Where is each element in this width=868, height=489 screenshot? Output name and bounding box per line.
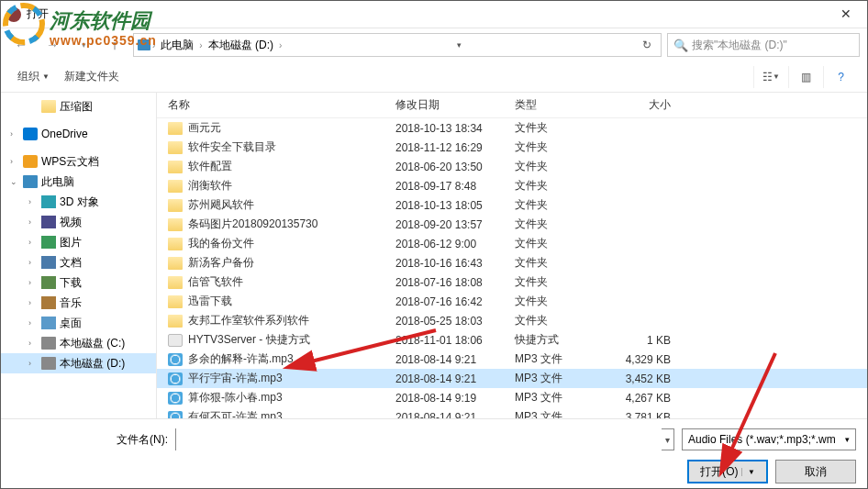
tree-item[interactable]: ›OneDrive [1, 124, 156, 144]
file-type: 文件夹 [515, 159, 597, 174]
col-date-header[interactable]: 修改日期 [395, 97, 515, 113]
file-name: 信管飞软件 [188, 274, 395, 290]
expand-icon[interactable]: › [28, 318, 38, 328]
expand-icon[interactable]: › [28, 258, 38, 267]
file-row[interactable]: 迅雷下载2018-07-16 16:42文件夹 [157, 292, 867, 311]
tree-item-icon [41, 296, 56, 309]
file-icon [168, 161, 183, 173]
tree-item[interactable]: ›文档 [1, 252, 156, 272]
file-row[interactable]: 多余的解释-许嵩.mp32018-08-14 9:21MP3 文件4,329 K… [157, 350, 867, 369]
chevron-down-icon: ▾ [845, 435, 850, 444]
file-row[interactable]: 友邦工作室软件系列软件2018-05-25 18:03文件夹 [157, 311, 867, 330]
tree-item[interactable]: ⌄此电脑 [1, 172, 156, 192]
tree-item-icon [41, 337, 56, 350]
tree-item-icon [41, 216, 56, 228]
expand-icon[interactable]: › [10, 157, 19, 166]
file-row[interactable]: 新汤客户备份2018-10-16 16:43文件夹 [157, 253, 867, 272]
breadcrumb[interactable]: › 此电脑 › 本地磁盘 (D:) › ▾ ↻ [133, 33, 662, 57]
tree-item-icon [41, 357, 56, 370]
file-row[interactable]: 我的备份文件2018-06-12 9:00文件夹 [157, 234, 867, 253]
tree-item[interactable]: ›本地磁盘 (D:) [1, 353, 156, 373]
tree-item[interactable]: 压缩图 [1, 96, 156, 117]
file-row[interactable]: 软件安全下载目录2018-11-12 16:29文件夹 [157, 138, 867, 157]
tree-item-label: 图片 [60, 235, 82, 250]
file-name: 润衡软件 [188, 178, 395, 194]
tree-item[interactable]: ›本地磁盘 (C:) [1, 333, 156, 353]
file-date: 2018-05-25 18:03 [395, 315, 515, 328]
chevron-right-icon: › [279, 40, 282, 50]
file-row[interactable]: 条码图片201809201357302018-09-20 13:57文件夹 [157, 215, 867, 234]
tree-item-label: 文档 [60, 255, 82, 271]
chevron-down-icon[interactable]: ▾ [454, 40, 464, 50]
file-row[interactable]: 信管飞软件2018-07-16 18:08文件夹 [157, 272, 867, 292]
file-name: 苏州飓风软件 [188, 197, 395, 213]
dialog-body: 压缩图›OneDrive›WPS云文档⌄此电脑›3D 对象›视频›图片›文档›下… [1, 93, 867, 418]
tree-item[interactable]: ›图片 [1, 232, 156, 252]
expand-icon[interactable]: ⌄ [10, 177, 19, 186]
col-type-header[interactable]: 类型 [515, 97, 597, 113]
preview-pane-button[interactable]: ▥ [788, 66, 823, 88]
col-size-header[interactable]: 大小 [597, 97, 689, 113]
tree-item[interactable]: ›下载 [1, 272, 156, 293]
search-input[interactable]: 🔍 搜索"本地磁盘 (D:)" [667, 33, 860, 57]
breadcrumb-item[interactable]: 此电脑 [157, 36, 197, 55]
file-size: 3,452 KB [597, 372, 689, 385]
pc-icon [138, 39, 150, 50]
open-button[interactable]: 打开(O) ▼ [687, 460, 768, 483]
organize-button[interactable]: 组织 ▼ [10, 65, 57, 88]
filename-input[interactable] [176, 428, 662, 450]
back-button[interactable]: ← [8, 32, 34, 58]
file-row[interactable]: 有何不可-许嵩.mp32018-08-14 9:21MP3 文件3,781 KB [157, 407, 867, 418]
tree-item[interactable]: ›3D 对象 [1, 192, 156, 212]
view-options-button[interactable]: ☷ ▼ [753, 66, 788, 88]
expand-icon[interactable]: › [28, 217, 38, 227]
expand-icon[interactable]: › [28, 238, 38, 247]
tree-item[interactable]: ›音乐 [1, 293, 156, 313]
file-row[interactable]: 苏州飓风软件2018-10-13 18:05文件夹 [157, 195, 867, 215]
file-name: 画元元 [188, 120, 395, 136]
file-name: 条码图片20180920135730 [188, 217, 395, 232]
breadcrumb-item[interactable]: 本地磁盘 (D:) [205, 36, 277, 55]
tree-item-label: 3D 对象 [60, 194, 99, 210]
expand-icon[interactable]: › [28, 278, 38, 287]
file-icon [168, 180, 183, 193]
up-button[interactable]: ↑ [102, 32, 128, 58]
new-folder-button[interactable]: 新建文件夹 [57, 65, 127, 88]
tree-item-label: 音乐 [60, 295, 82, 311]
file-row[interactable]: 画元元2018-10-13 18:34文件夹 [157, 118, 867, 138]
file-icon [168, 276, 183, 289]
expand-icon[interactable]: › [28, 197, 38, 206]
footer: 文件名(N): ▾ Audio Files (*.wav;*.mp3;*.wm … [1, 418, 867, 488]
tree-item[interactable]: ›桌面 [1, 313, 156, 333]
file-type: MP3 文件 [515, 409, 597, 418]
file-row[interactable]: 润衡软件2018-09-17 8:48文件夹 [157, 176, 867, 195]
file-row[interactable]: 平行宇宙-许嵩.mp32018-08-14 9:21MP3 文件3,452 KB [157, 369, 867, 388]
file-row[interactable]: 软件配置2018-06-20 13:50文件夹 [157, 157, 867, 176]
column-headers[interactable]: 名称 修改日期 类型 大小 [157, 93, 867, 118]
cancel-button[interactable]: 取消 [775, 460, 856, 483]
filename-dropdown-icon[interactable]: ▾ [662, 435, 673, 445]
chevron-right-icon: › [152, 40, 155, 50]
file-icon [168, 238, 183, 250]
file-icon [168, 392, 183, 405]
open-dialog: 打开 ✕ ← → ▾ ↑ › 此电脑 › 本地磁盘 (D:) › ▾ ↻ 🔍 搜… [0, 0, 868, 489]
nav-tree[interactable]: 压缩图›OneDrive›WPS云文档⌄此电脑›3D 对象›视频›图片›文档›下… [1, 93, 157, 418]
expand-icon[interactable]: › [28, 339, 38, 348]
expand-icon[interactable]: › [10, 129, 19, 139]
help-button[interactable]: ? [823, 66, 858, 88]
file-name: HYTV3Server - 快捷方式 [188, 332, 395, 348]
file-row[interactable]: HYTV3Server - 快捷方式2018-11-01 18:06快捷方式1 … [157, 330, 867, 350]
tree-item[interactable]: ›WPS云文档 [1, 151, 156, 172]
recent-dropdown[interactable]: ▾ [71, 32, 96, 58]
tree-item[interactable]: ›视频 [1, 212, 156, 232]
file-row[interactable]: 算你狠-陈小春.mp32018-08-14 9:19MP3 文件4,267 KB [157, 388, 867, 407]
file-name: 新汤客户备份 [188, 255, 395, 271]
expand-icon[interactable]: › [28, 298, 38, 307]
col-name-header[interactable]: 名称 [157, 97, 395, 113]
filetype-filter[interactable]: Audio Files (*.wav;*.mp3;*.wm ▾ [682, 428, 856, 450]
refresh-icon[interactable]: ↻ [637, 39, 657, 51]
file-list[interactable]: 画元元2018-10-13 18:34文件夹软件安全下载目录2018-11-12… [157, 118, 867, 418]
expand-icon[interactable]: › [28, 359, 38, 368]
tree-item-icon [23, 128, 38, 140]
close-icon[interactable]: ✕ [825, 1, 867, 28]
